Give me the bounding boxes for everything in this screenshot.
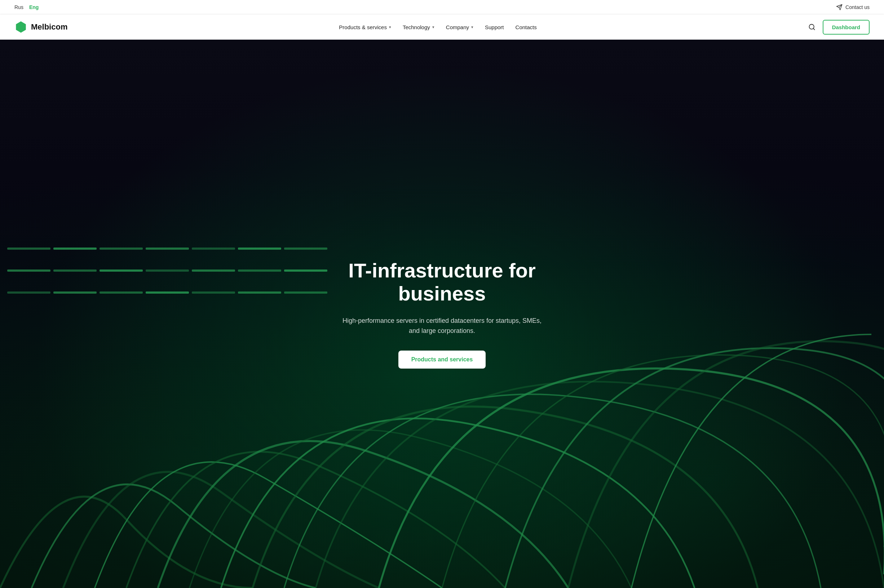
chevron-down-icon: ▾ (389, 25, 391, 30)
logo[interactable]: Melbicom (14, 21, 68, 33)
search-button[interactable] (808, 23, 815, 31)
nav-item-contacts[interactable]: Contacts (516, 24, 537, 30)
language-switcher: Rus Eng (14, 4, 39, 10)
nav-item-support[interactable]: Support (485, 24, 504, 30)
search-icon (808, 23, 815, 31)
logo-text: Melbicom (31, 22, 68, 32)
top-bar: Rus Eng Contact us (0, 0, 884, 14)
send-icon (836, 4, 843, 10)
hero-content: IT-infrastructure for business High-perf… (316, 259, 568, 369)
contact-us-button[interactable]: Contact us (836, 4, 870, 10)
nav-company-button[interactable]: Company ▾ (446, 24, 474, 30)
nav-contacts-button[interactable]: Contacts (516, 24, 537, 30)
dashboard-button[interactable]: Dashboard (823, 20, 870, 34)
lang-eng-button[interactable]: Eng (29, 4, 39, 10)
nav-item-company[interactable]: Company ▾ (446, 24, 474, 30)
navbar: Melbicom Products & services ▾ Technolog… (0, 14, 884, 40)
chevron-down-icon: ▾ (432, 25, 434, 30)
chevron-down-icon: ▾ (471, 25, 474, 30)
hero-subtitle: High-performance servers in certified da… (341, 316, 543, 336)
lang-rus-button[interactable]: Rus (14, 4, 23, 10)
nav-products-button[interactable]: Products & services ▾ (339, 24, 391, 30)
nav-actions: Dashboard (808, 20, 870, 34)
nav-support-button[interactable]: Support (485, 24, 504, 30)
hero-title: IT-infrastructure for business (323, 259, 561, 306)
hero-cta-button[interactable]: Products and services (398, 351, 486, 369)
logo-icon (14, 21, 27, 33)
nav-item-technology[interactable]: Technology ▾ (403, 24, 434, 30)
nav-technology-button[interactable]: Technology ▾ (403, 24, 434, 30)
nav-item-products[interactable]: Products & services ▾ (339, 24, 391, 30)
nav-links: Products & services ▾ Technology ▾ Compa… (339, 24, 537, 30)
hero-section: IT-infrastructure for business High-perf… (0, 40, 884, 588)
